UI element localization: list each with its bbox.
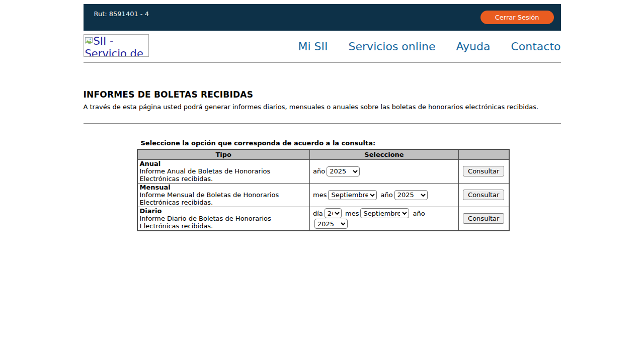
diario-day-select[interactable]: 26 — [325, 208, 342, 218]
row-type-mensual: Mensual — [140, 184, 171, 191]
consulta-table: Tipo Seleccione Anual Informe Anual de B… — [137, 149, 510, 231]
row-description-diario: Informe Diario de Boletas de Honorarios … — [140, 215, 271, 230]
consulta-section: Seleccione la opción que corresponda de … — [137, 139, 561, 231]
consultar-diario-button[interactable]: Consultar — [463, 213, 504, 224]
nav-link-servicios-online[interactable]: Servicios online — [349, 40, 436, 53]
main-nav: Mi SII Servicios online Ayuda Contacto — [298, 40, 561, 53]
page-container: Rut: 8591401 - 4 Cerrar Sesión SII - Ser… — [84, 4, 561, 231]
row-description-mensual: Informe Mensual de Boletas de Honorarios… — [140, 191, 279, 206]
row-description-anual: Informe Anual de Boletas de Honorarios E… — [140, 167, 271, 183]
header-action — [459, 149, 509, 159]
logout-button[interactable]: Cerrar Sesión — [480, 11, 554, 24]
rut-label: Rut: 8591401 - 4 — [94, 10, 149, 18]
diario-year-select[interactable]: 2025 — [314, 219, 348, 229]
diario-month-select[interactable]: Septiembre — [360, 208, 409, 218]
header-tipo: Tipo — [137, 149, 310, 159]
table-row-mensual: Mensual Informe Mensual de Boletas de Ho… — [137, 183, 509, 207]
section-divider — [84, 123, 561, 124]
diario-month-label: mes — [345, 210, 359, 217]
logo-alt-label: SII - Servicio de — [85, 35, 143, 57]
row-type-diario: Diario — [140, 207, 162, 215]
table-header-row: Tipo Seleccione — [137, 149, 509, 159]
table-row-diario: Diario Informe Diario de Boletas de Hono… — [137, 207, 509, 231]
mensual-year-select[interactable]: 2025 — [394, 190, 428, 200]
page-subtitle: A través de esta página usted podrá gene… — [84, 103, 561, 111]
nav-link-mi-sii[interactable]: Mi SII — [298, 40, 328, 53]
nav-link-ayuda[interactable]: Ayuda — [456, 40, 490, 53]
diario-day-label: día — [313, 210, 323, 217]
consultar-mensual-button[interactable]: Consultar — [463, 190, 504, 200]
page-title: INFORMES DE BOLETAS RECIBIDAS — [84, 89, 561, 100]
anual-year-select[interactable]: 2025 — [327, 166, 360, 176]
mensual-year-label: año — [381, 191, 393, 199]
logo-link[interactable]: SII - Servicio de — [84, 34, 149, 57]
logo-alt-text: SII - Servicio de — [85, 35, 143, 57]
anual-year-label: año — [313, 167, 325, 175]
header-seleccione: Seleccione — [310, 149, 459, 159]
mensual-month-select[interactable]: Septiembre — [328, 190, 377, 200]
consultar-anual-button[interactable]: Consultar — [463, 166, 504, 176]
session-topbar: Rut: 8591401 - 4 Cerrar Sesión — [84, 4, 561, 31]
mensual-month-label: mes — [313, 191, 327, 199]
site-header: SII - Servicio de Mi SII Servicios onlin… — [84, 34, 561, 63]
row-type-anual: Anual — [140, 160, 161, 167]
nav-link-contacto[interactable]: Contacto — [511, 40, 560, 53]
table-caption: Seleccione la opción que corresponda de … — [141, 139, 561, 147]
main-content: INFORMES DE BOLETAS RECIBIDAS A través d… — [84, 89, 561, 231]
table-row-anual: Anual Informe Anual de Boletas de Honora… — [137, 159, 509, 183]
diario-year-label: año — [413, 210, 425, 217]
broken-image-icon — [85, 37, 93, 45]
